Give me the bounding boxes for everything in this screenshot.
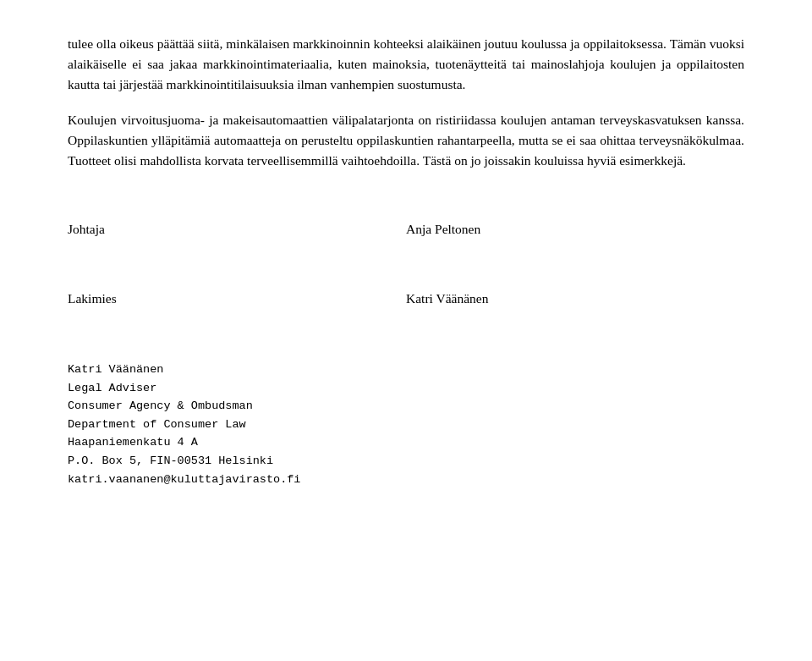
- signature-col-name-1: Anja Peltonen: [406, 222, 744, 240]
- signature-title-2: Lakimies: [68, 291, 406, 306]
- document-body: tulee olla oikeus päättää siitä, minkäla…: [68, 34, 744, 488]
- paragraph-2: Koulujen virvoitusjuoma- ja makeisautoma…: [68, 110, 744, 171]
- footer-line-6: P.O. Box 5, FIN-00531 Helsinki: [68, 452, 744, 471]
- signature-col-title-2: Lakimies: [68, 291, 406, 310]
- signature-title-1: Johtaja: [68, 222, 406, 237]
- footer-contact: Katri Väänänen Legal Adviser Consumer Ag…: [68, 361, 744, 488]
- footer-line-5: Haapaniemenkatu 4 A: [68, 433, 744, 452]
- signatures-section: Johtaja Anja Peltonen Lakimies Katri Vää…: [68, 222, 744, 310]
- footer-line-2: Legal Adviser: [68, 379, 744, 398]
- footer-line-1: Katri Väänänen: [68, 361, 744, 379]
- signature-name-1: Anja Peltonen: [406, 222, 744, 237]
- footer-line-3: Consumer Agency & Ombudsman: [68, 397, 744, 416]
- signature-row-2: Lakimies Katri Väänänen: [68, 291, 744, 310]
- signature-row-1: Johtaja Anja Peltonen: [68, 222, 744, 240]
- footer-line-7: katri.vaananen@kuluttajavirasto.fi: [68, 471, 744, 489]
- signature-col-name-2: Katri Väänänen: [406, 291, 744, 310]
- main-content: tulee olla oikeus päättää siitä, minkäla…: [68, 34, 744, 171]
- signature-col-title-1: Johtaja: [68, 222, 406, 240]
- paragraph-1: tulee olla oikeus päättää siitä, minkäla…: [68, 34, 744, 95]
- footer-line-4: Department of Consumer Law: [68, 416, 744, 434]
- signature-name-2: Katri Väänänen: [406, 291, 744, 306]
